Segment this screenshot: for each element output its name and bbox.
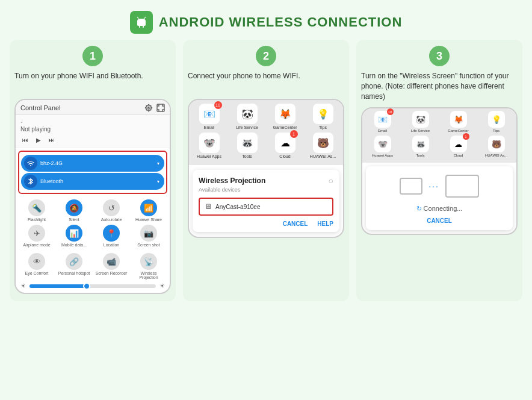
- mobile-data-label: Mobile data...: [61, 243, 87, 247]
- step-2: 2 Connect your phone to home WIFI. 📧 10 …: [183, 40, 349, 301]
- gear-icon: [144, 104, 153, 112]
- app-tips[interactable]: 💡 Tips: [309, 104, 336, 130]
- bluetooth-label: Bluetooth: [40, 178, 154, 184]
- media-controls: ⏮ ▶ ⏭: [20, 135, 165, 145]
- wp-device-row[interactable]: 🖥 AnyCast-a910ee: [199, 198, 333, 216]
- location-icon: 📍: [103, 225, 120, 242]
- step3-tools[interactable]: 🦝 Tools: [407, 136, 434, 157]
- brightness-track[interactable]: [29, 284, 156, 288]
- step-1-desc: Turn on your phone WIFI and Bluetooth.: [14, 71, 171, 93]
- step-3: 3 Turn on the "Wireless Screen" function…: [356, 40, 522, 301]
- wp-close-icon[interactable]: ○: [329, 176, 333, 186]
- app-game-center[interactable]: 🦊 GameCenter: [271, 104, 298, 130]
- step3-life-label: Life Service: [411, 129, 430, 133]
- wp-help-button[interactable]: HELP: [317, 220, 333, 227]
- connecting-text: ↻ Connecting...: [372, 205, 507, 213]
- location-label: Location: [104, 243, 119, 247]
- step-2-desc: Connect your phone to home WIFI.: [188, 71, 344, 93]
- step3-huawei-icon: 🐨: [374, 136, 391, 152]
- cp-icons: [144, 104, 165, 112]
- email-badge: 10: [214, 101, 222, 109]
- step3-tools-icon: 🦝: [412, 136, 429, 152]
- toggle-mobile-data[interactable]: 📊 Mobile data...: [57, 225, 91, 247]
- tools-label: Tools: [242, 154, 252, 158]
- toggle-eye-comfort[interactable]: 👁 Eye Comfort: [19, 253, 54, 280]
- step3-life-service[interactable]: 🐼 Life Service: [407, 111, 434, 133]
- app-huawei-apps[interactable]: 🐨 Huawei Apps: [196, 133, 223, 158]
- svg-point-6: [30, 165, 31, 166]
- app-cloud[interactable]: ☁ 1 Cloud: [271, 133, 298, 158]
- step3-email-badge: 10: [387, 108, 394, 115]
- step3-cancel-button[interactable]: CANCEL: [372, 217, 507, 224]
- email-app-icon: 📧 10: [199, 104, 220, 124]
- toggle-airplane[interactable]: ✈ Airplane mode: [19, 225, 54, 247]
- wp-device-name: AnyCast-a910ee: [215, 204, 261, 210]
- step3-email-label: Email: [378, 129, 387, 133]
- step-1-number: 1: [82, 46, 103, 66]
- wp-cancel-button[interactable]: CANCEL: [283, 220, 308, 227]
- toggle-huawei-share[interactable]: 📶 Huawei Share: [131, 199, 166, 222]
- play-button[interactable]: ▶: [34, 135, 43, 145]
- control-panel-label: Control Panel: [20, 104, 61, 111]
- toggle-location[interactable]: 📍 Location: [94, 225, 129, 247]
- bt-chevron-icon: ▾: [157, 179, 159, 184]
- app-tools[interactable]: 🦝 Tools: [234, 133, 261, 158]
- toggle-autorotate[interactable]: ↺ Auto-rotate: [94, 199, 129, 222]
- media-note-icon: ♩: [20, 118, 165, 124]
- step3-cloud[interactable]: ☁ 1 Cloud: [445, 136, 472, 157]
- wp-dialog-header: Wireless Projection ○: [199, 176, 333, 186]
- step3-huawei-apps[interactable]: 🐨 Huawei Apps: [369, 136, 396, 157]
- wifi-label: bhz-2.4G: [40, 160, 154, 166]
- quick-toggles-row2: ✈ Airplane mode 📊 Mobile data... 📍 Locat…: [16, 225, 170, 250]
- connect-dots: ···: [428, 181, 439, 191]
- game-center-icon: 🦊: [275, 104, 295, 124]
- step3-game-center[interactable]: 🦊 GameCenter: [445, 111, 472, 133]
- tips-label: Tips: [319, 125, 327, 130]
- app-huawei-as[interactable]: 🐻 HUAWEI As...: [309, 133, 336, 158]
- wp-dialog-buttons: CANCEL HELP: [199, 220, 333, 227]
- toggle-wireless-projection[interactable]: 📡 Wireless Projection: [131, 253, 166, 280]
- step3-app-email[interactable]: 📧 10 Email: [369, 111, 396, 133]
- toggle-screenshot[interactable]: 📷 Screen shot: [131, 225, 166, 247]
- step3-huawei-as[interactable]: 🐻 HUAWEI As...: [483, 136, 510, 157]
- toggle-flashlight[interactable]: 🔦 Flashlight: [19, 199, 54, 222]
- silent-label: Silent: [69, 217, 79, 222]
- step3-cloud-label: Cloud: [454, 154, 463, 157]
- screen-recorder-label: Screen Recorder: [96, 271, 128, 275]
- step3-tips-icon: 💡: [488, 111, 505, 128]
- toggle-hotspot[interactable]: 🔗 Personal hotspot: [57, 253, 91, 280]
- huawei-apps-label: Huawei Apps: [197, 154, 221, 158]
- steps-container: 1 Turn on your phone WIFI and Bluetooth.…: [0, 40, 532, 301]
- wifi-row[interactable]: bhz-2.4G ▾: [21, 155, 164, 172]
- step2-content: 📧 10 Email 🐼 Life Service 🦊 GameCenter: [189, 100, 343, 232]
- phone-mockup-3: 📧 10 Email 🐼 Life Service 🦊 GameCenter: [361, 107, 518, 235]
- prev-button[interactable]: ⏮: [20, 135, 30, 145]
- life-service-icon: 🐼: [237, 104, 258, 124]
- connect-animation: ···: [372, 175, 507, 198]
- huawei-share-icon: 📶: [140, 199, 157, 216]
- silent-icon: 🔕: [66, 199, 82, 216]
- step3-huawei-as-icon: 🐻: [488, 136, 505, 152]
- step3-cloud-badge: 1: [463, 133, 469, 140]
- android-icon: [130, 11, 153, 34]
- svg-rect-5: [157, 104, 164, 111]
- bluetooth-row[interactable]: Bluetooth ▾: [21, 173, 164, 190]
- wp-dialog-title: Wireless Projection: [199, 177, 265, 185]
- connecting-label: Connecting...: [424, 205, 463, 212]
- app-row-1: 📧 10 Email 🐼 Life Service 🦊 GameCenter: [191, 104, 341, 130]
- eye-comfort-icon: 👁: [28, 253, 45, 270]
- toggle-screen-recorder[interactable]: 📹 Screen Recorder: [94, 253, 129, 280]
- step-1: 1 Turn on your phone WIFI and Bluetooth.…: [10, 40, 176, 301]
- brightness-bar: ☀ ☀: [16, 281, 170, 293]
- app-life-service[interactable]: 🐼 Life Service: [234, 104, 261, 130]
- step3-cloud-icon: ☁ 1: [450, 136, 467, 152]
- app-email[interactable]: 📧 10 Email: [196, 104, 223, 130]
- step3-tips[interactable]: 💡 Tips: [483, 111, 510, 133]
- wifi-bt-panel: bhz-2.4G ▾ Bluetooth ▾: [18, 151, 167, 194]
- airplane-icon: ✈: [28, 225, 45, 242]
- toggle-silent[interactable]: 🔕 Silent: [57, 199, 91, 222]
- step3-app-row-2: 🐨 Huawei Apps 🦝 Tools ☁ 1 Cloud: [365, 136, 514, 157]
- brightness-max-icon: ☀: [159, 283, 165, 289]
- cloud-label: Cloud: [279, 154, 290, 158]
- next-button[interactable]: ⏭: [47, 135, 57, 145]
